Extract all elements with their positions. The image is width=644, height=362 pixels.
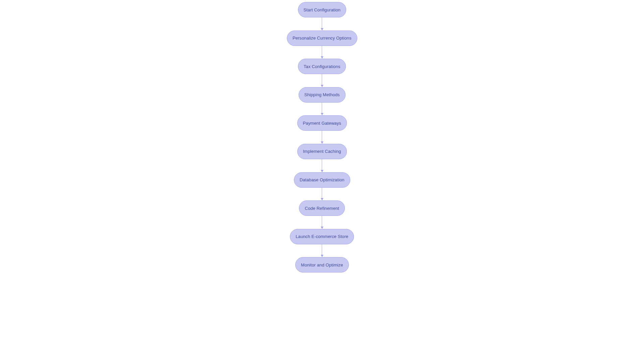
node-label: Monitor and Optimize bbox=[301, 262, 343, 267]
node-tax-configurations: Tax Configurations bbox=[298, 59, 346, 74]
node-label: Tax Configurations bbox=[304, 64, 340, 69]
node-label: Payment Gateways bbox=[303, 121, 341, 126]
node-database-optimization: Database Optimization bbox=[294, 172, 350, 188]
node-personalize-currency: Personalize Currency Options bbox=[287, 31, 357, 46]
node-code-refinement: Code Refinement bbox=[299, 200, 345, 216]
node-label: Personalize Currency Options bbox=[292, 36, 352, 41]
arrow-head bbox=[321, 113, 323, 115]
node-monitor-optimize: Monitor and Optimize bbox=[295, 257, 349, 273]
node-implement-caching: Implement Caching bbox=[297, 144, 347, 159]
arrow-down-icon bbox=[321, 46, 323, 59]
arrow-head bbox=[321, 141, 323, 144]
arrow-down-icon bbox=[321, 159, 323, 172]
flowchart-container: Start Configuration Personalize Currency… bbox=[287, 2, 357, 273]
arrow-line bbox=[322, 216, 322, 227]
arrow-line bbox=[322, 244, 322, 255]
node-label: Shipping Methods bbox=[304, 92, 340, 97]
arrow-line bbox=[322, 17, 322, 28]
arrow-head bbox=[321, 255, 323, 257]
node-start-configuration: Start Configuration bbox=[298, 2, 346, 17]
arrow-line bbox=[322, 159, 322, 170]
arrow-line bbox=[322, 131, 322, 142]
node-label: Database Optimization bbox=[300, 177, 344, 182]
node-label: Launch E-commerce Store bbox=[296, 234, 348, 239]
arrow-down-icon bbox=[321, 244, 323, 257]
arrow-down-icon bbox=[321, 17, 323, 31]
node-launch-store: Launch E-commerce Store bbox=[290, 229, 354, 244]
arrow-head bbox=[321, 56, 323, 59]
arrow-down-icon bbox=[321, 131, 323, 144]
node-shipping-methods: Shipping Methods bbox=[299, 87, 345, 103]
arrow-down-icon bbox=[321, 188, 323, 201]
arrow-head bbox=[321, 227, 323, 229]
arrow-line bbox=[322, 74, 322, 85]
arrow-down-icon bbox=[321, 74, 323, 87]
arrow-head bbox=[321, 85, 323, 87]
node-label: Start Configuration bbox=[304, 7, 340, 12]
node-label: Implement Caching bbox=[303, 149, 341, 154]
arrow-head bbox=[321, 170, 323, 172]
arrow-line bbox=[322, 103, 322, 114]
node-label: Code Refinement bbox=[305, 206, 339, 211]
arrow-down-icon bbox=[321, 103, 323, 116]
arrow-head bbox=[321, 28, 323, 31]
arrow-line bbox=[322, 188, 322, 199]
node-payment-gateways: Payment Gateways bbox=[297, 115, 347, 131]
arrow-down-icon bbox=[321, 216, 323, 229]
arrow-line bbox=[322, 46, 322, 57]
arrow-head bbox=[321, 198, 323, 200]
